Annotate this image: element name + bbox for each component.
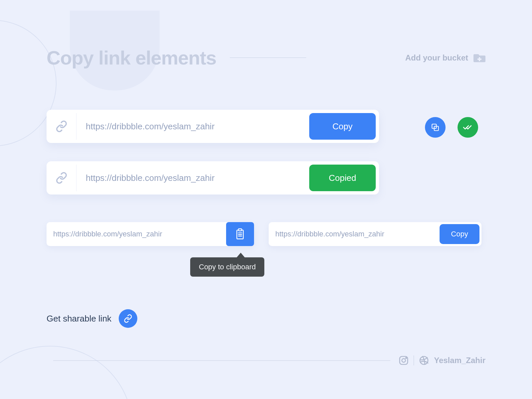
copy-link-compact-text: https://dribbble.com/yeslam_zahir Copy xyxy=(269,222,481,246)
url-display[interactable]: https://dribbble.com/yeslam_zahir xyxy=(269,230,440,238)
copied-button[interactable]: Copied xyxy=(309,165,376,191)
link-icon xyxy=(47,113,76,140)
instagram-icon[interactable] xyxy=(398,355,409,366)
clipboard-icon xyxy=(235,228,245,240)
svg-rect-5 xyxy=(238,229,242,231)
sharable-link-button[interactable] xyxy=(119,309,137,328)
confirmed-icon-button[interactable] xyxy=(458,117,478,138)
add-bucket-button[interactable]: Add your bucket xyxy=(405,53,485,63)
url-display[interactable]: https://dribbble.com/yeslam_zahir xyxy=(76,173,309,183)
copy-link-compact: https://dribbble.com/yeslam_zahir xyxy=(47,222,254,246)
url-display[interactable]: https://dribbble.com/yeslam_zahir xyxy=(47,230,226,238)
page-header: Copy link elements Add your bucket xyxy=(47,47,485,69)
copy-button[interactable]: Copy xyxy=(309,113,376,140)
add-bucket-label: Add your bucket xyxy=(405,53,468,63)
copy-button[interactable]: Copy xyxy=(440,224,479,244)
double-check-icon xyxy=(463,124,473,131)
separator xyxy=(414,355,414,365)
link-icon xyxy=(47,165,76,191)
url-display[interactable]: https://dribbble.com/yeslam_zahir xyxy=(76,121,309,132)
clipboard-button[interactable] xyxy=(226,222,254,246)
copy-icon-button[interactable] xyxy=(425,117,446,138)
author-name: Yeslam_Zahir xyxy=(434,356,485,365)
round-button-group xyxy=(425,117,478,138)
tooltip: Copy to clipboard xyxy=(190,257,264,277)
sharable-label: Get sharable link xyxy=(47,314,111,324)
divider xyxy=(230,58,306,58)
sharable-link-row: Get sharable link xyxy=(47,309,137,328)
divider xyxy=(53,360,390,361)
folder-plus-icon xyxy=(473,53,485,63)
tooltip-arrow xyxy=(237,253,245,257)
copy-icon xyxy=(431,123,440,132)
footer: Yeslam_Zahir xyxy=(53,355,485,366)
svg-point-10 xyxy=(402,359,406,362)
dribbble-icon[interactable] xyxy=(419,355,429,366)
page-title: Copy link elements xyxy=(47,47,216,69)
copy-link-card: https://dribbble.com/yeslam_zahir Copy xyxy=(47,110,379,143)
svg-point-11 xyxy=(406,357,407,358)
link-icon xyxy=(124,314,132,323)
tooltip-container: Copy to clipboard xyxy=(190,253,264,277)
svg-rect-1 xyxy=(477,59,481,60)
copy-link-card-copied: https://dribbble.com/yeslam_zahir Copied xyxy=(47,161,379,195)
